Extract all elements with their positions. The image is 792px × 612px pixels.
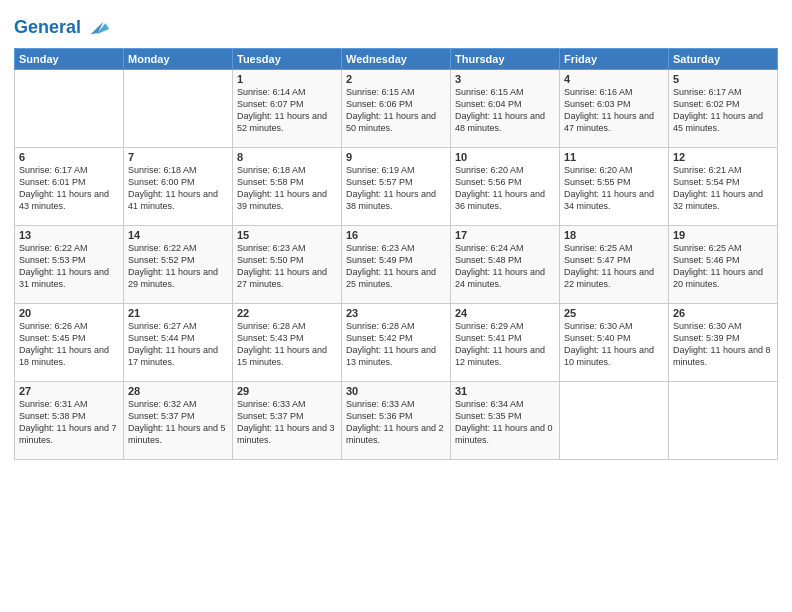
cell-content: Sunrise: 6:33 AMSunset: 5:37 PMDaylight:…	[237, 398, 337, 447]
calendar-cell: 27Sunrise: 6:31 AMSunset: 5:38 PMDayligh…	[15, 382, 124, 460]
cell-content: Sunrise: 6:30 AMSunset: 5:40 PMDaylight:…	[564, 320, 664, 369]
calendar-cell: 20Sunrise: 6:26 AMSunset: 5:45 PMDayligh…	[15, 304, 124, 382]
cell-content: Sunrise: 6:22 AMSunset: 5:52 PMDaylight:…	[128, 242, 228, 291]
calendar-cell: 30Sunrise: 6:33 AMSunset: 5:36 PMDayligh…	[342, 382, 451, 460]
calendar-table: SundayMondayTuesdayWednesdayThursdayFrid…	[14, 48, 778, 460]
day-number: 11	[564, 151, 664, 163]
cell-content: Sunrise: 6:15 AMSunset: 6:04 PMDaylight:…	[455, 86, 555, 135]
day-number: 21	[128, 307, 228, 319]
day-number: 8	[237, 151, 337, 163]
calendar-cell	[560, 382, 669, 460]
cell-content: Sunrise: 6:28 AMSunset: 5:43 PMDaylight:…	[237, 320, 337, 369]
calendar-cell: 3Sunrise: 6:15 AMSunset: 6:04 PMDaylight…	[451, 70, 560, 148]
calendar-cell: 11Sunrise: 6:20 AMSunset: 5:55 PMDayligh…	[560, 148, 669, 226]
day-number: 16	[346, 229, 446, 241]
day-number: 1	[237, 73, 337, 85]
cell-content: Sunrise: 6:33 AMSunset: 5:36 PMDaylight:…	[346, 398, 446, 447]
cell-content: Sunrise: 6:18 AMSunset: 5:58 PMDaylight:…	[237, 164, 337, 213]
page: General SundayMondayTuesdayWednesdayThur…	[0, 0, 792, 612]
calendar-cell: 18Sunrise: 6:25 AMSunset: 5:47 PMDayligh…	[560, 226, 669, 304]
day-number: 27	[19, 385, 119, 397]
day-number: 29	[237, 385, 337, 397]
calendar-cell: 1Sunrise: 6:14 AMSunset: 6:07 PMDaylight…	[233, 70, 342, 148]
weekday-header-wednesday: Wednesday	[342, 49, 451, 70]
calendar-cell	[124, 70, 233, 148]
calendar-week-5: 27Sunrise: 6:31 AMSunset: 5:38 PMDayligh…	[15, 382, 778, 460]
calendar-week-1: 1Sunrise: 6:14 AMSunset: 6:07 PMDaylight…	[15, 70, 778, 148]
calendar-cell: 21Sunrise: 6:27 AMSunset: 5:44 PMDayligh…	[124, 304, 233, 382]
cell-content: Sunrise: 6:30 AMSunset: 5:39 PMDaylight:…	[673, 320, 773, 369]
calendar-cell: 25Sunrise: 6:30 AMSunset: 5:40 PMDayligh…	[560, 304, 669, 382]
logo-icon	[83, 14, 111, 42]
header-row: SundayMondayTuesdayWednesdayThursdayFrid…	[15, 49, 778, 70]
day-number: 19	[673, 229, 773, 241]
weekday-header-monday: Monday	[124, 49, 233, 70]
day-number: 25	[564, 307, 664, 319]
calendar-cell	[669, 382, 778, 460]
calendar-week-2: 6Sunrise: 6:17 AMSunset: 6:01 PMDaylight…	[15, 148, 778, 226]
logo-text: General	[14, 18, 81, 38]
calendar-cell: 16Sunrise: 6:23 AMSunset: 5:49 PMDayligh…	[342, 226, 451, 304]
calendar-cell: 5Sunrise: 6:17 AMSunset: 6:02 PMDaylight…	[669, 70, 778, 148]
cell-content: Sunrise: 6:20 AMSunset: 5:55 PMDaylight:…	[564, 164, 664, 213]
day-number: 7	[128, 151, 228, 163]
calendar-cell: 2Sunrise: 6:15 AMSunset: 6:06 PMDaylight…	[342, 70, 451, 148]
day-number: 2	[346, 73, 446, 85]
cell-content: Sunrise: 6:14 AMSunset: 6:07 PMDaylight:…	[237, 86, 337, 135]
day-number: 9	[346, 151, 446, 163]
day-number: 12	[673, 151, 773, 163]
day-number: 18	[564, 229, 664, 241]
day-number: 26	[673, 307, 773, 319]
calendar-cell: 14Sunrise: 6:22 AMSunset: 5:52 PMDayligh…	[124, 226, 233, 304]
day-number: 10	[455, 151, 555, 163]
calendar-cell: 13Sunrise: 6:22 AMSunset: 5:53 PMDayligh…	[15, 226, 124, 304]
day-number: 4	[564, 73, 664, 85]
cell-content: Sunrise: 6:16 AMSunset: 6:03 PMDaylight:…	[564, 86, 664, 135]
cell-content: Sunrise: 6:17 AMSunset: 6:01 PMDaylight:…	[19, 164, 119, 213]
calendar-cell: 6Sunrise: 6:17 AMSunset: 6:01 PMDaylight…	[15, 148, 124, 226]
calendar-cell: 29Sunrise: 6:33 AMSunset: 5:37 PMDayligh…	[233, 382, 342, 460]
cell-content: Sunrise: 6:15 AMSunset: 6:06 PMDaylight:…	[346, 86, 446, 135]
calendar-cell: 9Sunrise: 6:19 AMSunset: 5:57 PMDaylight…	[342, 148, 451, 226]
logo: General	[14, 14, 111, 42]
day-number: 31	[455, 385, 555, 397]
cell-content: Sunrise: 6:20 AMSunset: 5:56 PMDaylight:…	[455, 164, 555, 213]
calendar-cell: 4Sunrise: 6:16 AMSunset: 6:03 PMDaylight…	[560, 70, 669, 148]
day-number: 17	[455, 229, 555, 241]
day-number: 3	[455, 73, 555, 85]
calendar-week-4: 20Sunrise: 6:26 AMSunset: 5:45 PMDayligh…	[15, 304, 778, 382]
day-number: 5	[673, 73, 773, 85]
calendar-cell: 28Sunrise: 6:32 AMSunset: 5:37 PMDayligh…	[124, 382, 233, 460]
cell-content: Sunrise: 6:25 AMSunset: 5:47 PMDaylight:…	[564, 242, 664, 291]
calendar-cell: 17Sunrise: 6:24 AMSunset: 5:48 PMDayligh…	[451, 226, 560, 304]
day-number: 23	[346, 307, 446, 319]
cell-content: Sunrise: 6:25 AMSunset: 5:46 PMDaylight:…	[673, 242, 773, 291]
weekday-header-friday: Friday	[560, 49, 669, 70]
calendar-cell: 10Sunrise: 6:20 AMSunset: 5:56 PMDayligh…	[451, 148, 560, 226]
day-number: 30	[346, 385, 446, 397]
day-number: 20	[19, 307, 119, 319]
weekday-header-thursday: Thursday	[451, 49, 560, 70]
cell-content: Sunrise: 6:24 AMSunset: 5:48 PMDaylight:…	[455, 242, 555, 291]
calendar-cell: 26Sunrise: 6:30 AMSunset: 5:39 PMDayligh…	[669, 304, 778, 382]
calendar-cell: 19Sunrise: 6:25 AMSunset: 5:46 PMDayligh…	[669, 226, 778, 304]
cell-content: Sunrise: 6:23 AMSunset: 5:49 PMDaylight:…	[346, 242, 446, 291]
cell-content: Sunrise: 6:34 AMSunset: 5:35 PMDaylight:…	[455, 398, 555, 447]
day-number: 24	[455, 307, 555, 319]
cell-content: Sunrise: 6:19 AMSunset: 5:57 PMDaylight:…	[346, 164, 446, 213]
day-number: 13	[19, 229, 119, 241]
calendar-week-3: 13Sunrise: 6:22 AMSunset: 5:53 PMDayligh…	[15, 226, 778, 304]
cell-content: Sunrise: 6:18 AMSunset: 6:00 PMDaylight:…	[128, 164, 228, 213]
calendar-cell: 15Sunrise: 6:23 AMSunset: 5:50 PMDayligh…	[233, 226, 342, 304]
calendar-cell: 7Sunrise: 6:18 AMSunset: 6:00 PMDaylight…	[124, 148, 233, 226]
weekday-header-saturday: Saturday	[669, 49, 778, 70]
cell-content: Sunrise: 6:22 AMSunset: 5:53 PMDaylight:…	[19, 242, 119, 291]
cell-content: Sunrise: 6:26 AMSunset: 5:45 PMDaylight:…	[19, 320, 119, 369]
cell-content: Sunrise: 6:23 AMSunset: 5:50 PMDaylight:…	[237, 242, 337, 291]
cell-content: Sunrise: 6:32 AMSunset: 5:37 PMDaylight:…	[128, 398, 228, 447]
weekday-header-sunday: Sunday	[15, 49, 124, 70]
day-number: 6	[19, 151, 119, 163]
calendar-cell: 22Sunrise: 6:28 AMSunset: 5:43 PMDayligh…	[233, 304, 342, 382]
weekday-header-tuesday: Tuesday	[233, 49, 342, 70]
day-number: 22	[237, 307, 337, 319]
